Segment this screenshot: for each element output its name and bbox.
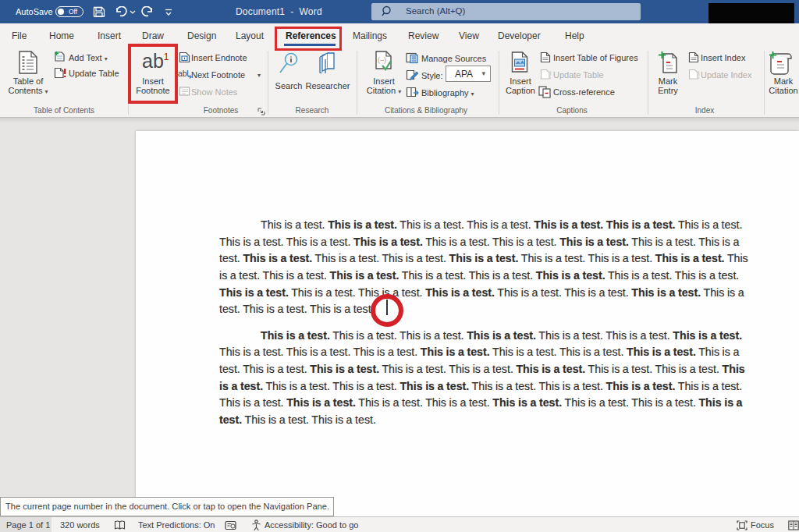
- svg-text:(–): (–): [378, 56, 386, 64]
- svg-text:ab: ab: [178, 69, 187, 78]
